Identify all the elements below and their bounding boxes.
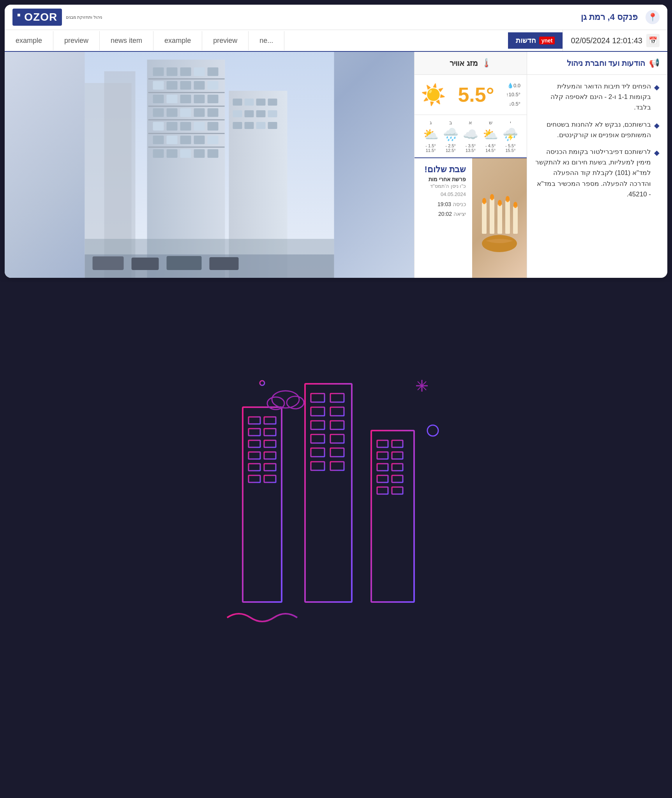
svg-rect-53	[268, 110, 277, 117]
svg-rect-23	[208, 108, 219, 117]
cloud-icon-5: ⛅	[421, 127, 441, 142]
svg-rect-7	[194, 67, 205, 76]
svg-rect-99	[311, 448, 325, 457]
nav-bar: example preview news item example previe…	[5, 30, 667, 52]
svg-rect-62	[167, 256, 202, 270]
forecast-day-1: י ⛈️ 5.5° - 15.5°	[501, 120, 520, 153]
weather-header: 🌡️ מזג אוויר	[414, 52, 527, 75]
shabbat-section: שבת שלום! פרשת אחרי מות כ"ו ניסן ה'תמס"ד…	[414, 158, 527, 278]
datetime-text: 02/05/2024 12:01:43	[571, 36, 642, 45]
notices-panel: 📢 הודעות ועד וחברת ניהול ◆ הפחים ליד תיב…	[527, 52, 667, 278]
svg-point-72	[506, 196, 510, 202]
nav-items-left: example preview news item example previe…	[5, 31, 508, 50]
svg-rect-81	[264, 440, 276, 447]
svg-rect-102	[330, 462, 344, 470]
calendar-icon[interactable]: 📅	[646, 34, 660, 47]
svg-rect-31	[180, 136, 191, 144]
shabbat-date: 04.05.2024	[421, 191, 466, 197]
notices-content: ◆ הפחים ליד תיבות הדואר והמעלית בקומות 1…	[527, 75, 667, 212]
thermometer-icon: 🌡️	[481, 58, 492, 68]
svg-rect-87	[264, 475, 276, 482]
cloud-icon-3: ☁️	[460, 127, 480, 142]
svg-rect-83	[264, 452, 276, 459]
shabbat-image	[472, 158, 527, 278]
notice-text-2: ברשותכם, נבקש לא להחנות בשטחים המשותפים …	[535, 119, 651, 140]
svg-rect-67	[505, 201, 510, 234]
svg-rect-37	[194, 149, 205, 158]
entry-time-val: 19:03	[437, 201, 451, 207]
svg-rect-12	[194, 81, 205, 90]
svg-rect-15	[167, 95, 178, 103]
high-temp: ↑10.5°	[506, 90, 520, 99]
main-content: 🌡️ מזג אוויר ☀️ 5.5° 💧0.0 ↑10.5° ↓0.5° י…	[5, 52, 667, 278]
weather-details: 💧0.0 ↑10.5° ↓0.5°	[506, 81, 520, 108]
svg-rect-84	[249, 464, 260, 471]
sun-icon: ☀️	[421, 83, 446, 107]
building-image	[5, 52, 414, 278]
weather-title: מזג אוויר	[450, 58, 478, 68]
svg-rect-108	[392, 452, 403, 459]
low-temp: ↓0.5°	[506, 99, 520, 108]
city-illustration	[219, 360, 453, 633]
svg-rect-35	[167, 149, 178, 158]
nav-item-ne[interactable]: ne...	[249, 31, 284, 50]
svg-rect-49	[268, 99, 277, 106]
logo-text: OZOR	[24, 11, 57, 23]
location-text: פנקס 4, רמת גן	[581, 12, 638, 22]
entry-time: כניסה 19:03	[421, 200, 466, 209]
svg-rect-52	[256, 110, 266, 117]
nav-item-example2[interactable]: example	[153, 31, 202, 50]
svg-rect-38	[208, 149, 219, 158]
svg-rect-107	[377, 452, 388, 459]
datetime-area: 02/05/2024 12:01:43 📅	[563, 30, 667, 51]
svg-rect-57	[268, 122, 277, 129]
bullet-3: ◆	[654, 147, 660, 159]
bullet-2: ◆	[654, 120, 660, 131]
svg-rect-101	[311, 462, 325, 470]
svg-rect-21	[180, 108, 191, 117]
cloud-icon-1: ⛈️	[501, 127, 520, 142]
svg-rect-60	[93, 256, 124, 270]
svg-rect-55	[245, 122, 254, 129]
notice-text-3: לרשותכם דפיברילטור בקומת הכניסה מימין למ…	[535, 147, 651, 200]
nav-item-hadashot[interactable]: חדשות ynet	[508, 32, 563, 49]
svg-rect-77	[264, 417, 276, 424]
svg-rect-68	[513, 207, 518, 234]
forecast-day-5: ג ⛅ 1.5° - 11.5°	[421, 120, 441, 153]
svg-rect-25	[167, 122, 178, 131]
forecast-day-2: ש ⛅ 4.5° - 14.5°	[481, 120, 501, 153]
svg-rect-42	[148, 119, 225, 120]
nav-item-example1[interactable]: example	[5, 31, 53, 50]
location-icon[interactable]: 📍	[646, 10, 660, 24]
svg-rect-109	[377, 464, 388, 471]
svg-rect-75	[243, 407, 282, 602]
svg-rect-113	[377, 487, 388, 494]
nav-item-news[interactable]: news item	[100, 31, 153, 50]
svg-rect-40	[148, 92, 225, 93]
svg-rect-48	[256, 99, 266, 106]
svg-rect-39	[148, 78, 225, 79]
svg-rect-5	[167, 67, 178, 76]
svg-rect-94	[330, 407, 344, 416]
svg-rect-90	[305, 384, 352, 602]
svg-point-70	[490, 194, 494, 200]
hadashot-label: חדשות	[516, 36, 536, 45]
svg-rect-64	[482, 203, 487, 234]
svg-rect-47	[245, 99, 254, 106]
day-label-2: ש	[481, 120, 501, 125]
shabbat-times: כניסה 19:03 יציאה 20:02	[421, 200, 466, 219]
svg-rect-50	[233, 110, 242, 117]
exit-time-val: 20:02	[438, 211, 452, 217]
svg-rect-10	[167, 81, 178, 90]
svg-rect-95	[311, 421, 325, 429]
svg-rect-36	[180, 149, 191, 158]
svg-rect-46	[233, 99, 242, 106]
svg-rect-29	[153, 136, 164, 144]
svg-rect-17	[194, 95, 205, 103]
svg-rect-110	[392, 464, 403, 471]
bullet-1: ◆	[654, 82, 660, 93]
nav-item-preview1[interactable]: preview	[53, 31, 100, 50]
nav-item-preview2[interactable]: preview	[202, 31, 249, 50]
svg-rect-66	[497, 205, 502, 234]
svg-rect-28	[208, 122, 219, 131]
